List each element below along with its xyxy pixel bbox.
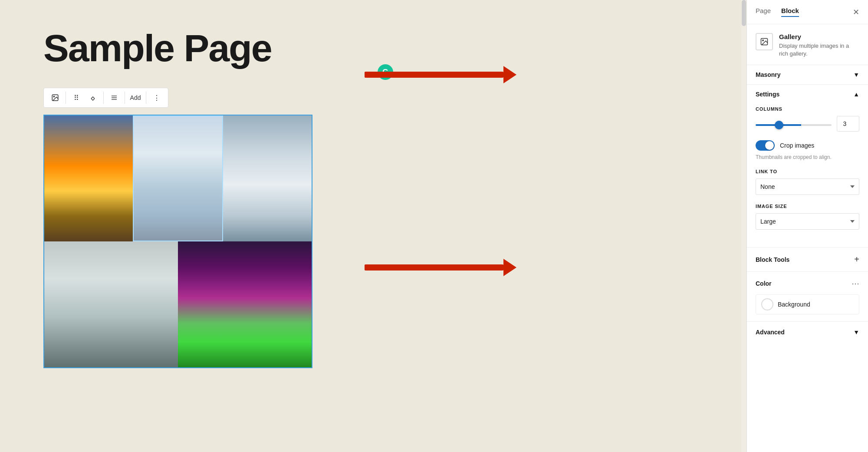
background-color-circle — [761, 298, 773, 310]
crop-images-row: Crop images — [756, 140, 859, 151]
gallery-image-4[interactable] — [44, 241, 178, 367]
gallery-row-2 — [44, 241, 312, 367]
gallery-image-5[interactable] — [178, 241, 312, 367]
gallery-row-1 — [44, 115, 312, 241]
gallery-image-1[interactable] — [44, 115, 133, 241]
close-sidebar-button[interactable]: ✕ — [853, 7, 859, 17]
scrollbar[interactable] — [741, 0, 746, 452]
align-button[interactable] — [106, 90, 122, 106]
background-color-row[interactable]: Background — [756, 294, 859, 314]
settings-header[interactable]: Settings ▲ — [756, 91, 859, 98]
block-description: Display multiple images in a rich galler… — [779, 42, 859, 58]
svg-point-1 — [53, 96, 54, 97]
color-section-label: Color — [756, 280, 772, 287]
advanced-chevron-icon: ▼ — [853, 329, 859, 336]
columns-slider[interactable] — [756, 124, 832, 126]
columns-label: COLUMNS — [756, 106, 859, 112]
settings-label: Settings — [756, 91, 779, 98]
toolbar-divider-2 — [103, 92, 104, 104]
tabs-group: Page Block — [756, 7, 799, 17]
gallery-image-2[interactable] — [133, 115, 223, 241]
advanced-label: Advanced — [756, 329, 785, 336]
sidebar-tabs: Page Block ✕ — [747, 0, 868, 24]
drag-button[interactable]: ⠿ — [69, 90, 84, 106]
move-button[interactable] — [85, 90, 101, 106]
color-section-header: Color ⋯ — [756, 279, 859, 288]
toolbar-divider-1 — [66, 92, 66, 104]
columns-slider-container — [756, 120, 832, 128]
gallery-image-3[interactable] — [223, 115, 312, 241]
columns-field-group: COLUMNS — [756, 106, 859, 132]
link-to-label: LINK TO — [756, 169, 859, 174]
columns-number-input[interactable] — [837, 116, 859, 132]
more-options-button[interactable]: ⋮ — [149, 90, 164, 106]
background-color-label: Background — [778, 301, 810, 308]
toggle-thumb — [765, 141, 774, 150]
block-title: Gallery — [779, 33, 859, 40]
color-section: Color ⋯ Background — [747, 272, 868, 322]
arrow2-body — [365, 264, 503, 271]
block-tools-plus-button[interactable]: + — [854, 254, 859, 264]
masonry-section[interactable]: Masonry ▼ — [747, 65, 868, 85]
add-button[interactable]: Add — [128, 90, 143, 106]
settings-section: Settings ▲ COLUMNS Crop images Thumbnail… — [747, 85, 868, 247]
image-size-label: IMAGE SIZE — [756, 204, 859, 209]
crop-label: Crop images — [780, 142, 814, 149]
crop-toggle[interactable] — [756, 140, 775, 151]
sidebar: Page Block ✕ Gallery Display multiple im… — [746, 0, 868, 452]
image-size-field-group: IMAGE SIZE Thumbnail Medium Large Full S… — [756, 204, 859, 230]
gallery-icon-button[interactable] — [47, 90, 63, 106]
arrow1-head — [503, 66, 516, 83]
block-toolbar: ⠿ Add ⋮ — [43, 88, 168, 108]
image-size-select[interactable]: Thumbnail Medium Large Full Size — [756, 213, 859, 230]
block-info-text: Gallery Display multiple images in a ric… — [779, 33, 859, 58]
settings-chevron-icon: ▲ — [853, 91, 859, 98]
link-to-field-group: LINK TO None Media File Attachment Page — [756, 169, 859, 195]
scrollbar-thumb[interactable] — [742, 0, 746, 26]
masonry-label: Masonry — [756, 71, 781, 78]
advanced-section[interactable]: Advanced ▼ — [747, 322, 868, 343]
arrow-masonry — [365, 66, 516, 83]
page-title: Sample Page — [43, 26, 712, 70]
tab-page[interactable]: Page — [756, 7, 771, 17]
arrow1-body — [365, 72, 503, 78]
gallery-grid — [43, 115, 312, 368]
masonry-chevron-icon: ▼ — [853, 71, 859, 78]
tab-block[interactable]: Block — [781, 7, 799, 17]
block-tools-label: Block Tools — [756, 256, 789, 263]
block-info: Gallery Display multiple images in a ric… — [747, 24, 868, 65]
block-tools-section[interactable]: Block Tools + — [747, 247, 868, 272]
arrow2-head — [503, 259, 516, 276]
color-options-button[interactable]: ⋯ — [852, 279, 859, 288]
toolbar-divider-4 — [146, 92, 146, 104]
block-icon — [756, 33, 773, 50]
svg-point-6 — [763, 40, 764, 41]
crop-description: Thumbnails are cropped to align. — [756, 154, 859, 160]
columns-row — [756, 116, 859, 132]
toolbar-divider-3 — [125, 92, 125, 104]
link-to-select[interactable]: None Media File Attachment Page — [756, 178, 859, 195]
arrow-block-tools — [365, 259, 516, 276]
canvas-area: Sample Page ⠿ Add — [0, 0, 746, 452]
